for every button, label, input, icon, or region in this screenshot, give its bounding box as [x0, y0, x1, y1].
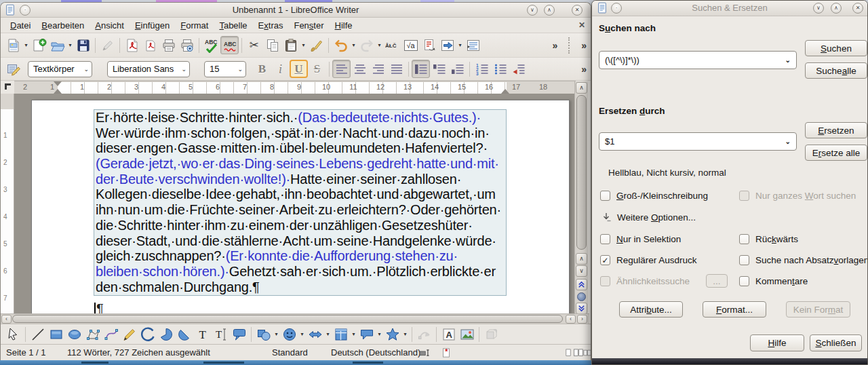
dialog-minimize-button[interactable]: ∨ [813, 3, 824, 14]
save-button[interactable] [74, 36, 92, 54]
paste-button[interactable] [281, 36, 300, 54]
close-dialog-action-button[interactable]: Schließen [810, 334, 862, 351]
vertical-scrollbar[interactable]: ∧ ∧ ∨ [574, 81, 588, 314]
format-button[interactable]: Format... [703, 301, 766, 318]
option-backwards[interactable]: Rückwärts [739, 234, 798, 244]
ellipse-pie-button[interactable] [157, 325, 175, 343]
ellipse-button[interactable] [65, 325, 83, 343]
star-shapes-button[interactable] [383, 325, 401, 343]
scroll-up-button-2[interactable]: ∧ [576, 253, 587, 265]
paragraph-style-select[interactable]: Textkörper⌄ [28, 61, 92, 77]
document-page[interactable]: Er·hörte·leise·Schritte·hinter·sich.·(Da… [32, 100, 569, 314]
horizontal-scrollbar[interactable]: ‹ ‹ › [1, 313, 589, 324]
callout-shapes-dropdown-arrow[interactable]: ▾ [376, 331, 383, 337]
selection-only-checkbox[interactable] [600, 234, 610, 244]
backwards-checkbox[interactable] [739, 234, 749, 244]
menu-einfuegen[interactable]: Einfügen [130, 19, 175, 32]
option-comments[interactable]: Kommentare [739, 276, 808, 286]
undo-button[interactable] [332, 36, 350, 54]
auto-spellcheck-button[interactable]: ABC [220, 36, 239, 54]
toolbar-overflow-button[interactable]: » [577, 64, 591, 75]
document-line[interactable]: Er·hörte·leise·Schritte·hinter·sich.·(Da… [96, 110, 506, 126]
indent-marker-right[interactable] [501, 85, 509, 94]
align-center-button[interactable] [351, 60, 369, 78]
next-page-button[interactable] [576, 303, 587, 314]
spacing-2-button[interactable] [430, 60, 448, 78]
italic-button[interactable]: i [271, 60, 290, 78]
view-book-icon[interactable] [583, 347, 591, 359]
undo-dropdown-arrow[interactable]: ▾ [350, 42, 357, 48]
scroll-down-button[interactable]: ∨ [576, 265, 587, 277]
print-button[interactable] [159, 36, 178, 54]
navigator-button[interactable] [438, 36, 456, 54]
new-document-button[interactable] [4, 36, 22, 54]
scroll-up-button[interactable]: ∧ [576, 82, 587, 94]
align-left-button[interactable] [332, 60, 351, 78]
print-preview-button[interactable] [178, 36, 196, 54]
toolbar-drag-handle[interactable] [568, 37, 570, 54]
menu-ansicht[interactable]: Ansicht [90, 19, 130, 32]
font-size-select[interactable]: 15⌄ [204, 61, 246, 77]
menu-tabelle[interactable]: Tabelle [214, 19, 252, 32]
previous-page-button[interactable] [576, 279, 587, 290]
curve-button[interactable] [102, 325, 120, 343]
toolbar-overflow-button[interactable]: » [548, 40, 561, 51]
navigator-dropdown-arrow[interactable]: ▾ [456, 42, 464, 48]
track-changes-button[interactable] [420, 36, 438, 54]
star-shapes-dropdown-arrow[interactable]: ▾ [401, 331, 409, 337]
text-box-button[interactable]: T [193, 325, 212, 343]
flowchart-dropdown-arrow[interactable]: ▾ [350, 331, 357, 337]
dialog-maximize-button[interactable]: ∧ [831, 3, 842, 14]
chevron-down-icon[interactable]: ⌄ [233, 66, 243, 73]
redo-dropdown-arrow[interactable]: ▾ [376, 42, 383, 48]
replace-button[interactable]: Ersetzen [805, 122, 867, 138]
document-line[interactable]: bleiben·schon·hören.)·Gehetzt·sah·er·sic… [96, 264, 506, 280]
find-all-button[interactable]: Suche alle [805, 62, 867, 79]
option-case-sensitive[interactable]: Groß-/Kleinschreibung [600, 191, 708, 201]
insert-image-button[interactable] [458, 325, 476, 343]
basic-shapes-button[interactable] [254, 325, 273, 343]
navigate-by-button[interactable] [577, 292, 586, 301]
scroll-right-button[interactable]: › [577, 315, 587, 324]
insert-line-button[interactable] [28, 325, 47, 343]
callout-button[interactable] [230, 325, 248, 343]
vertical-scroll-thumb[interactable] [576, 95, 587, 250]
freeform-line-button[interactable] [120, 325, 138, 343]
horizontal-ruler[interactable]: 21123456789101112131415161718 [14, 81, 576, 94]
search-button[interactable]: Suchen [805, 40, 867, 56]
window-titlebar[interactable]: · Unbenannt 1 - LibreOffice Writer ∨ ∧ ✕ [1, 3, 591, 18]
search-input[interactable]: (\([^\)]*\)) ⌄ [599, 51, 797, 69]
chevron-down-icon[interactable]: ⌄ [785, 56, 791, 64]
scroll-left-button-2[interactable]: ‹ [566, 315, 576, 324]
status-word-count[interactable]: 112 Wörter, 727 Zeichen ausgewählt [67, 347, 210, 358]
maximize-button[interactable]: ∧ [544, 5, 555, 16]
menu-format[interactable]: Format [175, 19, 214, 32]
chevron-down-icon[interactable]: ⌄ [785, 138, 791, 145]
regular-expressions-checkbox[interactable]: ✓ [600, 255, 610, 265]
minimize-button[interactable]: ∨ [527, 5, 538, 16]
symbol-shapes-dropdown-arrow[interactable]: ▾ [298, 331, 306, 337]
option-regular-expressions[interactable]: ✓Regulärer Ausdruck [600, 255, 697, 265]
align-right-button[interactable] [369, 60, 387, 78]
menu-hilfe[interactable]: Hilfe [330, 19, 358, 32]
open-button[interactable] [48, 36, 66, 54]
formatting-marks-button[interactable] [464, 36, 482, 54]
underline-button[interactable]: U [290, 60, 308, 78]
option-paragraph-styles[interactable]: Suche nach Absatzvorlagen [739, 255, 868, 265]
menu-bearbeiten[interactable]: Bearbeiten [36, 19, 90, 32]
new-document-dropdown-arrow[interactable]: ▾ [22, 42, 30, 48]
case-sensitive-checkbox[interactable] [600, 191, 610, 201]
ordered-list-button[interactable]: 123 [473, 60, 491, 78]
style-settings-button[interactable] [4, 60, 22, 78]
chevron-down-icon[interactable]: ⌄ [79, 66, 89, 73]
basic-shapes-dropdown-arrow[interactable]: ▾ [273, 331, 280, 337]
export-pdf-direct-button[interactable] [141, 36, 159, 54]
polygon-button[interactable] [83, 325, 102, 343]
document-line[interactable]: (Gerade·jetzt,·wo·er·das·Ding·seines·Leb… [96, 156, 506, 172]
arc-button[interactable] [138, 325, 157, 343]
comments-checkbox[interactable] [739, 276, 749, 286]
replace-all-button[interactable]: Ersetze alle [805, 145, 867, 161]
spacing-1-button[interactable] [412, 60, 430, 78]
document-line[interactable]: Wer·würde·ihm·schon·folgen,·spät·in·der·… [96, 126, 506, 141]
document-modified-icon[interactable]: * [440, 347, 452, 359]
